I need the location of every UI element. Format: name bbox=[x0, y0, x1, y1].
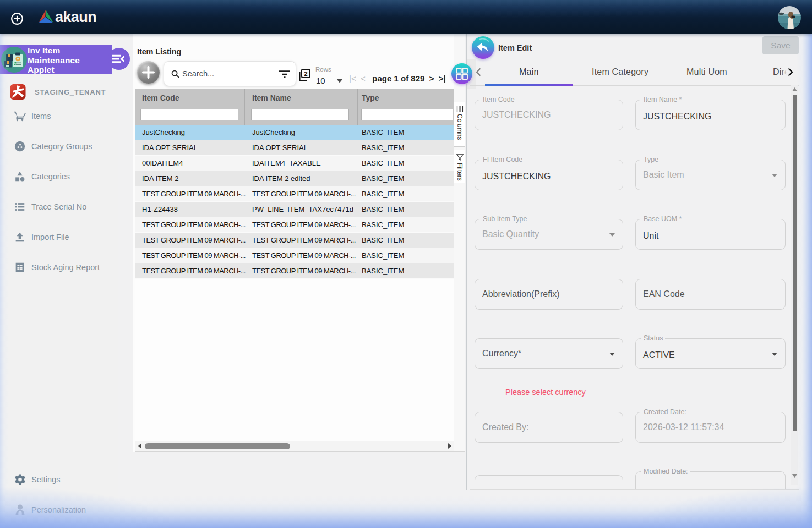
svg-text:2: 2 bbox=[304, 70, 307, 77]
